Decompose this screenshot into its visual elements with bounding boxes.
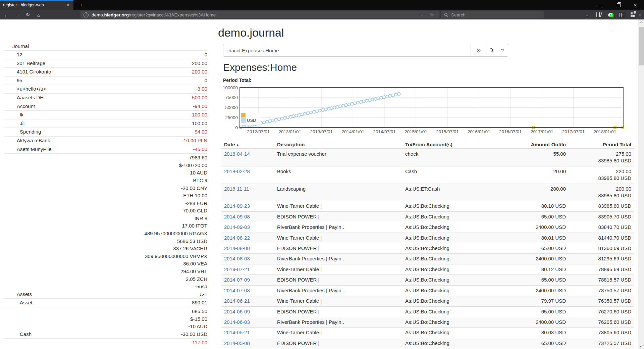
- account-link[interactable]: Account: [4, 103, 35, 110]
- window-restore-button[interactable]: [611, 0, 626, 10]
- account-link[interactable]: Aaasets:DH: [4, 94, 44, 102]
- register-row: 2014-06-03RiverBank Properties | Payin..…: [221, 317, 634, 327]
- window-minimize-button[interactable]: [592, 0, 607, 10]
- cell-amount: 65.00 USD: [486, 275, 569, 285]
- cell-period-total: 275.0083985.80 USD: [569, 149, 634, 166]
- date-link[interactable]: 2014-06-21: [224, 298, 250, 304]
- date-link[interactable]: 2018-04-14: [224, 151, 250, 157]
- account-link[interactable]: 95: [4, 77, 22, 85]
- cell-period-total: 81440.70 USD: [569, 233, 634, 243]
- cell-account: As:US:Bo:Checking: [402, 211, 486, 222]
- svg-text:100000: 100000: [223, 86, 238, 90]
- date-link[interactable]: 2016-11-11: [224, 186, 249, 192]
- sidebar-account-row: 950: [4, 77, 207, 85]
- back-button[interactable]: ←: [1, 10, 11, 19]
- cell-account: As:US:Bo:Checking: [402, 243, 486, 254]
- scroll-up-arrow[interactable]: [638, 19, 644, 25]
- chart-title: Period Total:: [223, 78, 252, 83]
- search-placeholder: Search: [451, 12, 466, 17]
- browser-search-bar[interactable]: Search: [441, 11, 544, 18]
- account-link[interactable]: Spending: [4, 128, 41, 136]
- date-link[interactable]: 2014-07-03: [224, 288, 250, 293]
- cell-date: 2014-07-09: [221, 275, 274, 285]
- cell-amount: 80.03 USD: [486, 328, 569, 338]
- search-icon: [444, 13, 448, 17]
- url-bar[interactable]: i demo.hledger.org/register?q=inacct%3AE…: [80, 11, 439, 18]
- new-tab-button[interactable]: +: [76, 0, 87, 10]
- svg-text:2015/07/01: 2015/07/01: [436, 129, 459, 134]
- help-button[interactable]: ?: [497, 44, 508, 57]
- svg-text:50000: 50000: [225, 105, 238, 110]
- menu-button[interactable]: ≡: [636, 10, 644, 19]
- site-info-icon[interactable]: i: [84, 12, 89, 17]
- scroll-down-arrow[interactable]: [638, 343, 644, 349]
- account-link[interactable]: lk: [4, 111, 23, 119]
- downloads-button[interactable]: ↓: [582, 10, 592, 19]
- cell-description: Trial expense voucher: [274, 149, 402, 166]
- register-table: Date▲DescriptionTo/From Account(s)Amount…: [221, 141, 634, 348]
- date-link[interactable]: 2014-05-08: [224, 340, 250, 346]
- column-header-period-total[interactable]: Period Total: [569, 141, 634, 149]
- sidebars-button[interactable]: [617, 10, 627, 19]
- sort-asc-icon: ▲: [236, 143, 239, 146]
- forward-button[interactable]: →: [12, 10, 22, 19]
- cell-period-total: 76205.60 USD: [569, 317, 634, 327]
- date-link[interactable]: 2014-09-03: [224, 224, 250, 230]
- account-link[interactable]: Asset: [4, 299, 33, 307]
- date-link[interactable]: 2014-08-03: [224, 256, 250, 261]
- date-link[interactable]: 2014-09-08: [224, 214, 250, 219]
- account-balance: 7989.60$-100720.00-10 AUDBTC 9-20.00 CNY…: [144, 154, 207, 298]
- home-button[interactable]: ⌂: [34, 10, 44, 19]
- window-close-button[interactable]: ✕: [628, 0, 643, 10]
- account-link[interactable]: 301 Beiträge: [4, 60, 45, 67]
- sidebar-account-row: Asets:MunyPile-45.00: [4, 145, 207, 154]
- cell-account: check: [402, 149, 486, 166]
- register-row: 2014-08-08EDISON POWER |As:US:Bo:Checkin…: [221, 243, 634, 254]
- page-scrollbar[interactable]: [638, 19, 644, 349]
- search-button[interactable]: [486, 44, 497, 57]
- account-link[interactable]: Asets:MunyPile: [4, 146, 51, 153]
- cell-description: RiverBank Properties | Payin..: [274, 285, 402, 296]
- extension-button[interactable]: 0: [605, 10, 615, 19]
- column-header-to-from-account-s-[interactable]: To/From Account(s): [402, 141, 486, 149]
- account-link[interactable]: 4101 Girokonto: [4, 68, 51, 76]
- cell-amount: 2400.00 USD: [486, 222, 569, 233]
- cell-date: 2014-06-03: [221, 317, 274, 327]
- date-link[interactable]: 2018-02-28: [224, 168, 250, 174]
- scrollbar-thumb[interactable]: [639, 27, 644, 65]
- date-link[interactable]: 2014-09-23: [224, 203, 250, 209]
- account-link[interactable]: Jij: [4, 120, 24, 128]
- browser-tab-active[interactable]: register - hledger-web ✕: [0, 0, 73, 10]
- cell-description: Wine-Tarner Cable |: [274, 264, 402, 275]
- register-row: 2016-11-11LandscapingAs:US:ET:Cash200.00…: [221, 184, 634, 201]
- query-input[interactable]: [223, 44, 471, 57]
- page-actions-icon[interactable]: ⋯: [418, 12, 427, 17]
- date-link[interactable]: 2014-06-03: [224, 319, 250, 325]
- bookmark-star-icon[interactable]: ☆: [427, 12, 436, 18]
- library-button[interactable]: [594, 10, 604, 19]
- date-link[interactable]: 2014-08-08: [224, 245, 250, 251]
- account-link[interactable]: Assets: [4, 291, 32, 298]
- column-header-amount-out-in[interactable]: Amount Out/In: [486, 141, 569, 149]
- clear-query-button[interactable]: ⊗: [471, 44, 486, 57]
- cell-description: Wine-Tarner Cable |: [274, 201, 402, 211]
- column-header-description[interactable]: Description: [274, 141, 402, 149]
- date-link[interactable]: 2014-07-21: [224, 266, 250, 272]
- journal-link[interactable]: Journal: [4, 42, 207, 51]
- date-link[interactable]: 2014-07-09: [224, 277, 250, 283]
- cell-account: As:US:Bo:Checking: [402, 317, 486, 327]
- date-link[interactable]: 2014-05-21: [224, 330, 250, 335]
- tab-close-icon[interactable]: ✕: [65, 3, 70, 8]
- reload-button[interactable]: ↻: [23, 10, 33, 19]
- account-link[interactable]: Cash: [4, 331, 32, 338]
- date-link[interactable]: 2014-08-22: [224, 235, 250, 241]
- column-header-date[interactable]: Date▲: [221, 141, 274, 149]
- cell-date: 2014-06-21: [221, 296, 274, 306]
- account-link[interactable]: Aktywa:mBank: [4, 137, 50, 145]
- date-link[interactable]: 2014-06-09: [224, 309, 250, 314]
- account-balance: -500.00: [190, 94, 207, 102]
- account-link[interactable]: <u>hello</u>: [4, 85, 46, 93]
- svg-text:2015/01/01: 2015/01/01: [405, 129, 427, 134]
- cell-account: As:US:Bo:Checking: [402, 201, 486, 211]
- account-link[interactable]: 12: [4, 51, 22, 59]
